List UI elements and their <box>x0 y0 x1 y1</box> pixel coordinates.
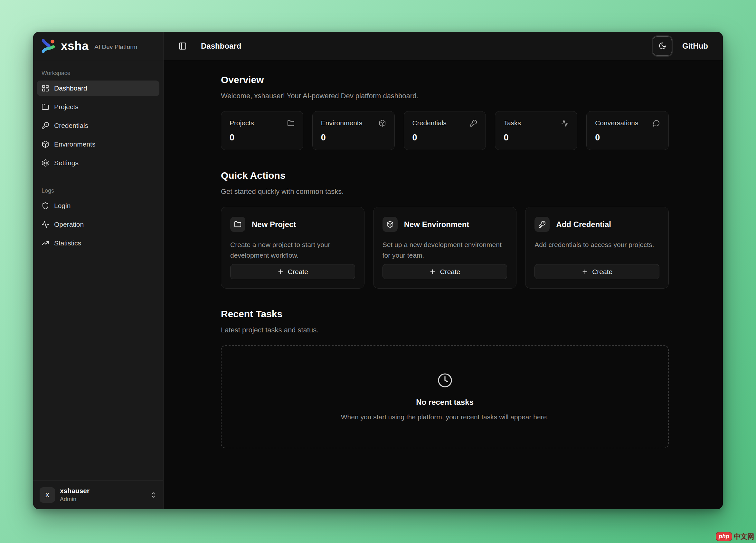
sidebar-item-label: Credentials <box>54 122 88 129</box>
stat-card-environments: Environments 0 <box>312 111 395 150</box>
watermark: php 中文网 <box>716 532 754 541</box>
layout-grid-icon <box>42 84 49 92</box>
sidebar-toggle-button[interactable] <box>176 40 189 52</box>
key-icon <box>538 221 546 228</box>
action-card-new-project: New Project Create a new project to star… <box>221 207 364 289</box>
folder-icon <box>42 103 49 111</box>
box-icon-tile <box>383 217 398 232</box>
quick-actions-subtitle: Get started quickly with common tasks. <box>221 187 669 196</box>
stat-value: 0 <box>412 133 477 143</box>
trending-up-icon <box>42 239 49 247</box>
chevrons-up-down-icon <box>150 491 157 499</box>
folder-icon <box>287 119 295 127</box>
sidebar-item-label: Projects <box>54 103 79 111</box>
sidebar: xsha AI Dev Platform Workspace Dashboard… <box>33 32 164 509</box>
action-description: Add credentials to access your projects. <box>534 240 659 264</box>
sidebar-item-label: Settings <box>54 159 79 167</box>
nav-section-label-logs: Logs <box>37 184 159 198</box>
activity-icon <box>561 119 569 127</box>
key-icon <box>42 122 49 129</box>
plus-icon <box>277 268 284 275</box>
stat-value: 0 <box>504 133 569 143</box>
brand-name: xsha <box>61 39 89 53</box>
sidebar-item-credentials[interactable]: Credentials <box>37 118 159 133</box>
sidebar-item-operation[interactable]: Operation <box>37 217 159 232</box>
watermark-text: 中文网 <box>734 532 754 541</box>
stats-row: Projects 0 Environments 0 <box>221 111 669 150</box>
sidebar-nav: Workspace Dashboard Projects Credentials <box>33 60 163 480</box>
action-title: New Project <box>252 220 296 229</box>
sidebar-item-label: Dashboard <box>54 84 87 92</box>
stat-value: 0 <box>321 133 386 143</box>
recent-tasks-title: Recent Tasks <box>221 309 669 319</box>
sidebar-item-label: Statistics <box>54 239 81 247</box>
stat-value: 0 <box>595 133 660 143</box>
action-title: New Environment <box>404 220 469 229</box>
stat-value: 0 <box>230 133 295 143</box>
user-meta: xshauser Admin <box>60 487 145 503</box>
action-card-new-environment: New Environment Set up a new development… <box>373 207 517 289</box>
action-description: Set up a new development environment for… <box>383 240 507 264</box>
action-card-add-credential: Add Credential Add credentials to access… <box>525 207 669 289</box>
topbar: Dashboard GitHub <box>164 32 723 60</box>
box-icon <box>386 221 394 228</box>
activity-icon <box>42 221 49 228</box>
stat-label: Projects <box>230 119 254 127</box>
theme-toggle-button[interactable] <box>653 36 672 56</box>
box-icon <box>42 140 49 148</box>
settings-icon <box>42 159 49 167</box>
key-icon <box>470 119 477 127</box>
brand-tagline: AI Dev Platform <box>94 43 137 51</box>
sidebar-item-label: Operation <box>54 221 84 228</box>
folder-icon <box>234 221 241 228</box>
sidebar-item-environments[interactable]: Environments <box>37 137 159 152</box>
stat-card-credentials: Credentials 0 <box>404 111 486 150</box>
stat-card-conversations: Conversations 0 <box>586 111 669 150</box>
stat-card-tasks: Tasks 0 <box>495 111 577 150</box>
empty-state-title: No recent tasks <box>416 398 474 407</box>
create-project-button[interactable]: Create <box>230 264 355 279</box>
watermark-php-badge: php <box>716 532 732 541</box>
logo-orange-dot <box>51 40 54 43</box>
stat-label: Environments <box>321 119 362 127</box>
content-column: Dashboard GitHub Overview Welcome, xshau… <box>164 32 723 509</box>
page-title: Dashboard <box>201 42 241 51</box>
user-menu-trigger[interactable]: X xshauser Admin <box>33 480 163 509</box>
panel-left-icon <box>178 42 187 50</box>
folder-icon-tile <box>230 217 245 232</box>
create-credential-button[interactable]: Create <box>534 264 659 279</box>
avatar: X <box>40 487 55 503</box>
create-button-label: Create <box>440 268 460 276</box>
sidebar-item-projects[interactable]: Projects <box>37 99 159 115</box>
sidebar-item-settings[interactable]: Settings <box>37 155 159 171</box>
plus-icon <box>429 268 436 275</box>
moon-icon <box>658 42 666 50</box>
action-description: Create a new project to start your devel… <box>230 240 355 264</box>
user-name: xshauser <box>60 487 145 495</box>
create-button-label: Create <box>592 268 612 276</box>
stat-label: Conversations <box>595 119 638 127</box>
quick-actions-row: New Project Create a new project to star… <box>221 207 669 289</box>
action-title: Add Credential <box>556 220 611 229</box>
app-window: xsha AI Dev Platform Workspace Dashboard… <box>33 32 723 509</box>
github-link[interactable]: GitHub <box>682 42 708 51</box>
shield-icon <box>42 202 49 210</box>
message-circle-icon <box>653 119 660 127</box>
nav-section-label-workspace: Workspace <box>37 67 159 81</box>
user-role: Admin <box>60 496 145 503</box>
sidebar-item-statistics[interactable]: Statistics <box>37 235 159 251</box>
sidebar-item-dashboard[interactable]: Dashboard <box>37 81 159 96</box>
main-content: Overview Welcome, xshauser! Your AI-powe… <box>164 60 723 509</box>
overview-title: Overview <box>221 74 669 85</box>
create-environment-button[interactable]: Create <box>383 264 507 279</box>
stat-card-projects: Projects 0 <box>221 111 303 150</box>
recent-tasks-subtitle: Latest project tasks and status. <box>221 326 669 334</box>
sidebar-item-label: Login <box>54 202 71 210</box>
sidebar-item-label: Environments <box>54 140 95 148</box>
key-icon-tile <box>534 217 550 232</box>
create-button-label: Create <box>288 268 308 276</box>
sidebar-item-login[interactable]: Login <box>37 198 159 214</box>
box-icon <box>379 119 386 127</box>
clock-icon <box>437 373 453 388</box>
stat-label: Tasks <box>504 119 521 127</box>
